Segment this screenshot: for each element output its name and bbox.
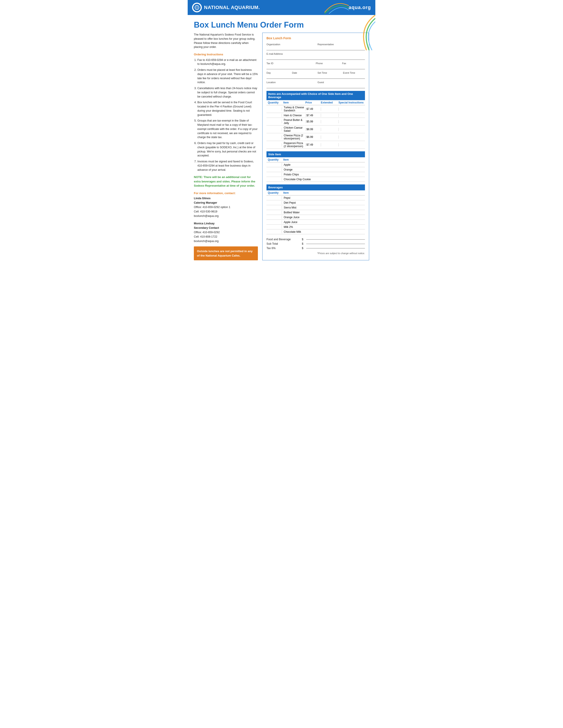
main-item-row: Cheese Pizza (2 slices/person) $6.99 [266, 133, 365, 141]
totals-label-3: Tax 6% [266, 247, 302, 250]
form-title: Box Lunch Form [266, 36, 365, 40]
special-input[interactable] [340, 120, 364, 123]
qty-input[interactable] [268, 107, 281, 111]
totals-dollar-1: $ [302, 238, 305, 241]
beverage-row: Chocolate Milk [266, 229, 365, 234]
rep-input[interactable] [318, 46, 365, 49]
special-input[interactable] [340, 128, 364, 131]
contact-2-cell: Cell: 410-808-1722 [194, 235, 258, 239]
side-item-row: Chocolate Chip Cookie [266, 177, 365, 182]
qty-input[interactable] [268, 216, 281, 219]
event-time-input[interactable] [343, 75, 365, 78]
extended-input[interactable] [322, 114, 337, 117]
qty-input[interactable] [268, 201, 281, 204]
contact-1-role: Catering Manager [194, 201, 258, 205]
taxid-input[interactable] [266, 65, 312, 68]
qty-input[interactable] [268, 135, 281, 139]
logo-svg [193, 4, 201, 11]
date-label: Date [292, 71, 314, 74]
day-input[interactable] [266, 75, 289, 78]
list-item: Orders must be placed at least five busi… [197, 68, 258, 84]
contact-1-cell: Cell: 410-530-9619 [194, 209, 258, 214]
item-price: $8.99 [305, 128, 321, 131]
org-input[interactable] [266, 46, 314, 49]
list-item: Box lunches will be served in the Food C… [197, 100, 258, 117]
side-item-name: Orange [282, 168, 365, 171]
totals-label-1: Food and Beverage [266, 238, 302, 241]
special-input[interactable] [340, 114, 364, 117]
totals-label-2: Sub Total [266, 242, 302, 245]
guest-input[interactable] [318, 84, 365, 87]
fax-input[interactable] [342, 65, 365, 68]
logo-area: NATIONAL AQUARIUM. [192, 3, 260, 12]
special-input[interactable] [340, 135, 364, 139]
date-field: Date [292, 71, 314, 78]
contact-1-name: Linda Glinos [194, 196, 258, 201]
qty-input[interactable] [268, 230, 281, 233]
guest-field: Guest [318, 81, 365, 87]
qty-input[interactable] [268, 143, 281, 146]
qty-input[interactable] [268, 120, 281, 123]
page-title: Box Lunch Menu Order Form [194, 20, 369, 30]
side-qty-header: Quantity [266, 158, 282, 161]
qty-input[interactable] [268, 220, 281, 224]
side-item-header: Item [282, 158, 365, 161]
side-item-row: Potato Chips [266, 172, 365, 177]
item-name: Peanut Butter & Jelly [282, 118, 305, 125]
special-input[interactable] [340, 143, 364, 146]
page-content: Box Lunch Menu Order Form The National A… [188, 15, 375, 266]
qty-input[interactable] [268, 211, 281, 214]
item-price: $7.49 [305, 114, 321, 117]
event-time-field: Event Time [343, 71, 365, 78]
bev-item-name: Sierra Mist [282, 206, 365, 209]
qty-input[interactable] [268, 114, 281, 117]
extended-input[interactable] [322, 107, 337, 111]
extended-input[interactable] [322, 128, 337, 131]
extended-input[interactable] [322, 135, 337, 139]
list-item: Orders may be paid for by cash, credit c… [197, 141, 258, 158]
website-url: aqua.org [349, 5, 371, 10]
rep-field: Representative [318, 43, 365, 49]
bev-qty-header: Quantity [266, 191, 282, 194]
beverage-row: Pepsi [266, 195, 365, 200]
qty-input[interactable] [268, 196, 281, 199]
list-item: Fax to 410-659-0294 or e-mail as an atta… [197, 58, 258, 66]
fax-label: Fax [342, 62, 365, 65]
phone-input[interactable] [316, 65, 339, 68]
main-item-header: Item [282, 101, 305, 104]
main-price-header: Price [305, 101, 321, 104]
item-price: $7.49 [305, 107, 321, 111]
location-field: Location [266, 81, 314, 87]
email-label: E-mail Address [266, 53, 365, 55]
item-name: Ham & Cheese [282, 114, 305, 117]
qty-input[interactable] [268, 168, 281, 171]
special-input[interactable] [340, 107, 364, 111]
email-input[interactable] [266, 56, 365, 59]
extended-input[interactable] [322, 143, 337, 146]
qty-input[interactable] [268, 128, 281, 131]
location-input[interactable] [266, 84, 314, 87]
side-item-name: Chocolate Chip Cookie [282, 178, 365, 181]
qty-input[interactable] [268, 206, 281, 209]
note-text: NOTE: There will be an additional cost f… [194, 175, 258, 188]
side-item-name: Apple [282, 163, 365, 166]
extended-input[interactable] [322, 120, 337, 123]
taxid-label: Tax ID [266, 62, 312, 65]
side-item-row: Apple [266, 162, 365, 167]
qty-input[interactable] [268, 163, 281, 166]
event-time-label: Event Time [343, 71, 365, 74]
main-extended-header: Extended [321, 101, 339, 104]
set-time-input[interactable] [318, 75, 340, 78]
bev-item-name: Bottled Water [282, 211, 365, 214]
qty-input[interactable] [268, 178, 281, 181]
day-date-time-row: Day Date Set Time Event Time [266, 71, 365, 79]
date-input[interactable] [292, 75, 314, 78]
main-special-header: Special Instructions [339, 101, 365, 104]
bev-item-name: Orange Juice [282, 216, 365, 219]
beverages-subheader: Quantity Item [266, 190, 365, 195]
contact-2: Monica Lindsay Secondary Contact Office:… [194, 221, 258, 243]
qty-input[interactable] [268, 173, 281, 176]
instructions-list: Fax to 410-659-0294 or e-mail as an atta… [194, 58, 258, 172]
qty-input[interactable] [268, 225, 281, 229]
totals-line-1 [306, 239, 365, 240]
